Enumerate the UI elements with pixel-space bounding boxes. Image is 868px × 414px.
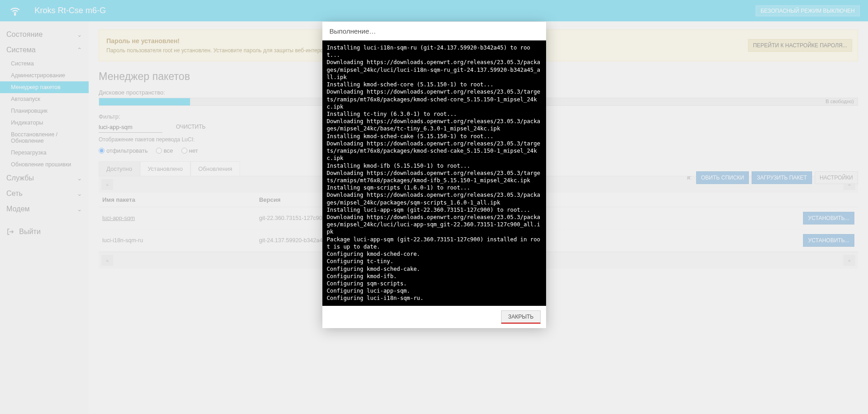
terminal-output: Installing luci-i18n-sqm-ru (git-24.137.… [322,40,546,306]
install-modal: Выполнение… Installing luci-i18n-sqm-ru … [322,22,546,328]
modal-title: Выполнение… [322,22,546,40]
modal-close-button[interactable]: ЗАКРЫТЬ [501,310,540,324]
